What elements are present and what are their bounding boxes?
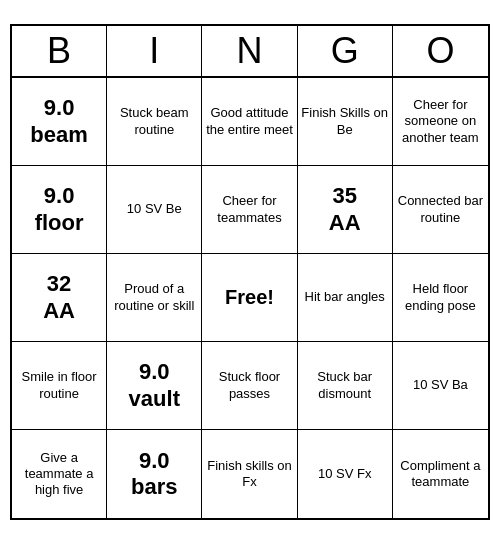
cell-9: Connected bar routine [393, 166, 488, 254]
bingo-card: BINGO 9.0beamStuck beam routineGood atti… [10, 24, 490, 520]
cell-22: Finish skills on Fx [202, 430, 297, 518]
cell-14: Held floor ending pose [393, 254, 488, 342]
cell-16: 9.0vault [107, 342, 202, 430]
cell-1: Stuck beam routine [107, 78, 202, 166]
cell-4: Cheer for someone on another team [393, 78, 488, 166]
cell-2: Good attitude the entire meet [202, 78, 297, 166]
cell-3: Finish Skills on Be [298, 78, 393, 166]
header-letter-O: O [393, 26, 488, 76]
cell-23: 10 SV Fx [298, 430, 393, 518]
cell-5: 9.0floor [12, 166, 107, 254]
cell-13: Hit bar angles [298, 254, 393, 342]
cell-15: Smile in floor routine [12, 342, 107, 430]
header-row: BINGO [12, 26, 488, 78]
cell-8: 35AA [298, 166, 393, 254]
cell-24: Compliment a teammate [393, 430, 488, 518]
cell-12: Free! [202, 254, 297, 342]
cell-18: Stuck bar dismount [298, 342, 393, 430]
cell-19: 10 SV Ba [393, 342, 488, 430]
cell-10: 32AA [12, 254, 107, 342]
cell-6: 10 SV Be [107, 166, 202, 254]
header-letter-N: N [202, 26, 297, 76]
cell-17: Stuck floor passes [202, 342, 297, 430]
cell-21: 9.0bars [107, 430, 202, 518]
header-letter-G: G [298, 26, 393, 76]
bingo-grid: 9.0beamStuck beam routineGood attitude t… [12, 78, 488, 518]
cell-20: Give a teammate a high five [12, 430, 107, 518]
header-letter-B: B [12, 26, 107, 76]
header-letter-I: I [107, 26, 202, 76]
cell-11: Proud of a routine or skill [107, 254, 202, 342]
cell-0: 9.0beam [12, 78, 107, 166]
cell-7: Cheer for teammates [202, 166, 297, 254]
